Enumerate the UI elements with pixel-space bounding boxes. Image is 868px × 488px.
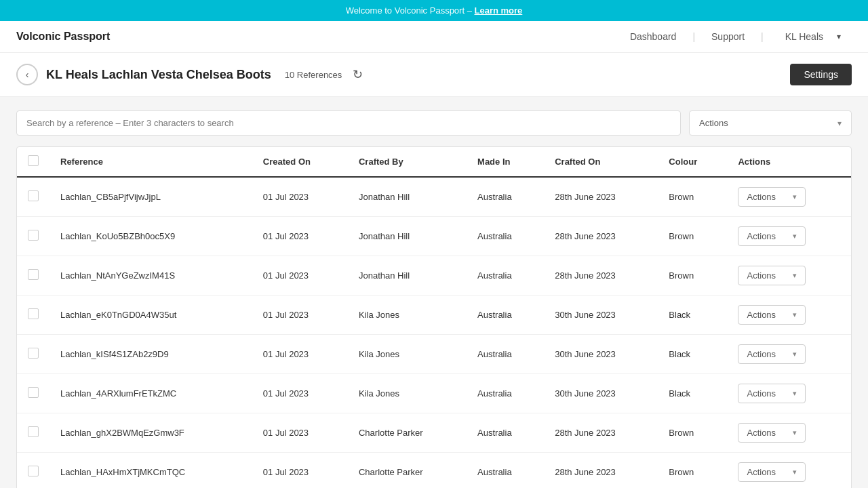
row-crafted-by: Kila Jones [348, 335, 467, 374]
row-actions-label: Actions [747, 388, 776, 399]
nav-separator-1: | [687, 31, 701, 42]
page-header-left: ‹ KL Heals Lachlan Vesta Chelsea Boots 1… [16, 64, 363, 85]
row-actions-label: Actions [747, 467, 776, 477]
row-made-in: Australia [467, 177, 544, 217]
row-actions-cell: Actions ▾ [727, 453, 851, 489]
row-made-in: Australia [467, 335, 544, 374]
row-crafted-by: Charlotte Parker [348, 453, 467, 489]
row-actions-button-3[interactable]: Actions ▾ [738, 305, 806, 325]
row-reference: Lachlan_NtAnYGeZwzIM41S [50, 256, 252, 296]
nav-kl-heals-label: KL Heals [780, 31, 829, 42]
row-checkbox-5[interactable] [28, 387, 39, 398]
references-badge: 10 References [285, 70, 342, 80]
row-made-in: Australia [467, 453, 544, 489]
row-actions-button-5[interactable]: Actions ▾ [738, 384, 806, 403]
row-actions-chevron: ▾ [793, 389, 797, 398]
row-actions-button-6[interactable]: Actions ▾ [738, 423, 806, 443]
actions-dropdown-chevron: ▾ [837, 119, 842, 128]
nav-kl-heals[interactable]: KL Heals ▾ [774, 31, 852, 42]
header-checkbox-cell [17, 147, 50, 177]
nav-separator-2: | [755, 31, 769, 42]
back-icon: ‹ [26, 69, 29, 80]
logo: Volconic Passport [16, 30, 110, 43]
row-colour: Black [658, 296, 727, 335]
row-checkbox-cell [17, 177, 50, 217]
row-crafted-by: Jonathan Hill [348, 177, 467, 217]
row-actions-button-7[interactable]: Actions ▾ [738, 462, 806, 482]
row-actions-button-1[interactable]: Actions ▾ [738, 226, 806, 246]
row-made-in: Australia [467, 217, 544, 256]
row-reference: Lachlan_eK0TnGD0A4W35ut [50, 296, 252, 335]
search-input[interactable] [16, 110, 681, 136]
row-actions-chevron: ▾ [793, 428, 797, 437]
row-checkbox-cell [17, 374, 50, 413]
row-made-in: Australia [467, 413, 544, 453]
row-crafted-on: 28th June 2023 [544, 413, 658, 453]
table-row: Lachlan_ghX2BWMqEzGmw3F 01 Jul 2023 Char… [17, 413, 851, 453]
table-header-row: Reference Created On Crafted By Made In … [17, 147, 851, 177]
table-row: Lachlan_KoUo5BZBh0oc5X9 01 Jul 2023 Jona… [17, 217, 851, 256]
row-reference: Lachlan_kISf4S1ZAb2z9D9 [50, 335, 252, 374]
row-actions-cell: Actions ▾ [727, 413, 851, 453]
row-created-on: 01 Jul 2023 [252, 374, 348, 413]
row-actions-button-4[interactable]: Actions ▾ [738, 344, 806, 364]
row-checkbox-0[interactable] [28, 190, 39, 201]
row-made-in: Australia [467, 296, 544, 335]
row-crafted-on: 30th June 2023 [544, 335, 658, 374]
col-made-in: Made In [467, 147, 544, 177]
select-all-checkbox[interactable] [28, 155, 39, 166]
col-crafted-on: Crafted On [544, 147, 658, 177]
references-table: Reference Created On Crafted By Made In … [17, 147, 851, 488]
page-title: KL Heals Lachlan Vesta Chelsea Boots [46, 68, 271, 82]
actions-dropdown[interactable]: Actions ▾ [689, 110, 852, 136]
refresh-icon[interactable]: ↻ [353, 67, 363, 82]
row-checkbox-2[interactable] [28, 269, 39, 280]
row-reference: Lachlan_ghX2BWMqEzGmw3F [50, 413, 252, 453]
back-button[interactable]: ‹ [16, 64, 38, 85]
table-row: Lachlan_HAxHmXTjMKCmTQC 01 Jul 2023 Char… [17, 453, 851, 489]
row-actions-chevron: ▾ [793, 310, 797, 319]
row-crafted-on: 28th June 2023 [544, 177, 658, 217]
row-actions-chevron: ▾ [793, 468, 797, 476]
row-checkbox-7[interactable] [28, 466, 39, 476]
banner-link[interactable]: Learn more [475, 5, 523, 16]
row-actions-button-0[interactable]: Actions ▾ [738, 187, 806, 207]
page-header: ‹ KL Heals Lachlan Vesta Chelsea Boots 1… [0, 53, 868, 97]
row-actions-cell: Actions ▾ [727, 256, 851, 296]
row-checkbox-cell [17, 256, 50, 296]
row-colour: Brown [658, 177, 727, 217]
row-checkbox-4[interactable] [28, 348, 39, 359]
row-checkbox-cell [17, 296, 50, 335]
row-created-on: 01 Jul 2023 [252, 453, 348, 489]
row-actions-label: Actions [747, 310, 776, 320]
row-created-on: 01 Jul 2023 [252, 335, 348, 374]
nav: Dashboard | Support | KL Heals ▾ [625, 31, 852, 42]
table-row: Lachlan_4ARXlumFrETkZMC 01 Jul 2023 Kila… [17, 374, 851, 413]
row-crafted-by: Jonathan Hill [348, 256, 467, 296]
table-container: Reference Created On Crafted By Made In … [16, 146, 852, 488]
row-actions-cell: Actions ▾ [727, 217, 851, 256]
nav-support[interactable]: Support [706, 31, 750, 42]
row-actions-cell: Actions ▾ [727, 177, 851, 217]
row-reference: Lachlan_KoUo5BZBh0oc5X9 [50, 217, 252, 256]
row-checkbox-3[interactable] [28, 308, 39, 319]
row-created-on: 01 Jul 2023 [252, 177, 348, 217]
row-actions-label: Actions [747, 192, 776, 202]
row-checkbox-6[interactable] [28, 426, 39, 437]
row-created-on: 01 Jul 2023 [252, 296, 348, 335]
row-created-on: 01 Jul 2023 [252, 413, 348, 453]
row-crafted-by: Charlotte Parker [348, 413, 467, 453]
row-colour: Black [658, 374, 727, 413]
row-actions-cell: Actions ▾ [727, 374, 851, 413]
row-reference: Lachlan_4ARXlumFrETkZMC [50, 374, 252, 413]
row-checkbox-1[interactable] [28, 230, 39, 241]
row-checkbox-cell [17, 453, 50, 489]
row-crafted-by: Jonathan Hill [348, 217, 467, 256]
row-actions-cell: Actions ▾ [727, 335, 851, 374]
col-created-on: Created On [252, 147, 348, 177]
row-crafted-on: 30th June 2023 [544, 296, 658, 335]
col-reference: Reference [50, 147, 252, 177]
row-actions-button-2[interactable]: Actions ▾ [738, 266, 806, 285]
nav-dashboard[interactable]: Dashboard [625, 31, 682, 42]
settings-button[interactable]: Settings [790, 64, 852, 85]
